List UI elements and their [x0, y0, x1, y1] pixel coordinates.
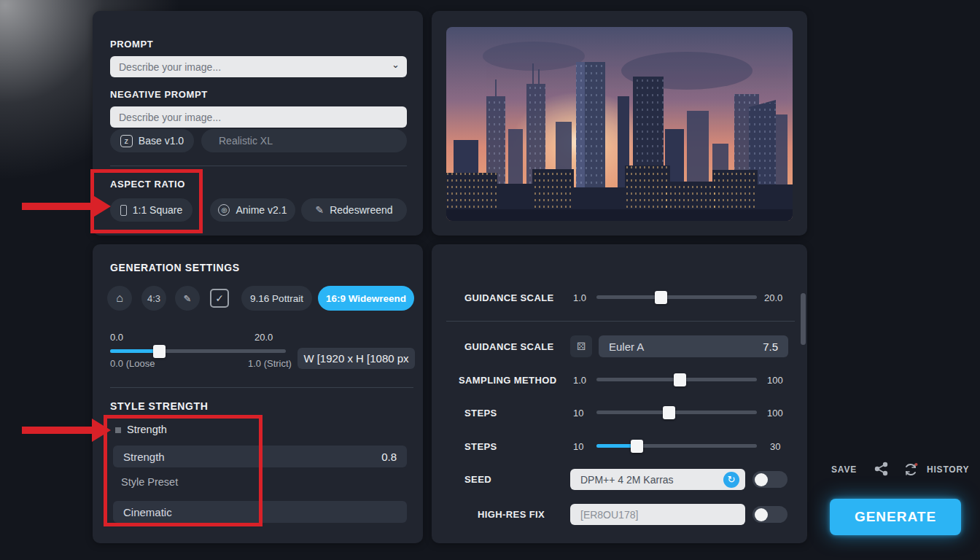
check-icon: ✓	[215, 292, 224, 304]
strength-bullet-icon	[115, 427, 121, 433]
ratio-portrait-pill[interactable]: 9.16 Pottrait	[241, 286, 312, 311]
guidance-min: 1.0	[573, 292, 586, 303]
scrollbar-thumb[interactable]	[801, 293, 806, 345]
aspect-square-button[interactable]: 1:1 Square	[110, 198, 192, 222]
strength-value: 0.8	[381, 451, 397, 463]
guidance-slider[interactable]	[596, 295, 757, 299]
generate-button[interactable]: GENERATE	[830, 499, 961, 535]
sampling-min: 1.0	[573, 375, 586, 386]
style-preset-value: Cinematic	[123, 506, 172, 518]
slider-min-sub: 0.0 (Loose	[110, 358, 155, 369]
slider-max-label: 20.0	[254, 332, 273, 343]
prompt-label: PROMPT	[110, 39, 153, 50]
notification-dot	[915, 463, 918, 466]
aspect-redeswreend-label: Redeswreend	[330, 204, 392, 216]
strength-label: Strength	[127, 424, 167, 435]
strength-field[interactable]: Strength 0.8	[113, 446, 407, 467]
sampler-dropdown[interactable]: Euler A 7.5	[599, 335, 788, 357]
sampling-slider-handle[interactable]	[674, 373, 686, 386]
divider	[110, 166, 407, 166]
highres-toggle[interactable]	[752, 506, 788, 523]
steps2-slider[interactable]	[596, 444, 757, 448]
city-skyline-image	[446, 27, 793, 221]
steps2-max: 30	[770, 441, 780, 452]
edit-pencil-icon: ✎	[315, 204, 324, 216]
loose-strict-slider[interactable]	[110, 349, 286, 353]
advanced-settings-panel: GUIDANCE SCALE 1.0 20.0 GUIDANCE SCALE ⚄…	[432, 244, 807, 543]
strength-field-label: Strength	[123, 451, 165, 463]
guidance-scale2-label: GUIDANCE SCALE	[464, 341, 554, 352]
guidance-scale-label: GUIDANCE SCALE	[464, 292, 554, 303]
portrait-frame-icon	[120, 205, 127, 216]
randomize-button[interactable]: ⚄	[570, 335, 592, 357]
slider-fill	[110, 349, 159, 353]
slider-max-sub: 1.0 (Strict)	[248, 358, 292, 369]
aspect-redeswreend-button[interactable]: ✎ Redeswreend	[301, 198, 407, 222]
generated-image[interactable]	[446, 27, 793, 221]
anime-model-icon: ◎	[218, 204, 230, 216]
slider-min-label: 0.0	[110, 332, 123, 343]
style-strength-title: STYLE STRENGTH	[110, 400, 208, 412]
aspect-ratio-label: ASPECT RATIO	[110, 179, 185, 190]
ratio-home-button[interactable]: ⌂	[107, 286, 132, 311]
steps1-slider[interactable]	[596, 411, 757, 414]
model-badge-icon: z	[120, 135, 133, 147]
negative-prompt-label: NEGATIVE PROMPT	[110, 89, 208, 100]
seed-value: DPM++ 4 2M Karras	[580, 474, 674, 486]
steps2-min: 10	[573, 441, 583, 452]
ratio-43-label: 4:3	[147, 293, 160, 304]
slider-handle[interactable]	[153, 345, 166, 358]
prompt-input[interactable]	[110, 56, 407, 77]
steps1-min: 10	[573, 408, 583, 419]
size-button[interactable]: W [1920 x H [1080 px	[298, 348, 415, 369]
highres-input[interactable]: [ER8OU178]	[570, 504, 745, 525]
seed-refresh-icon[interactable]: ↻	[723, 472, 739, 488]
highres-toggle-knob	[755, 508, 768, 521]
aspect-anime-label: Anime v2.1	[236, 204, 287, 216]
share-icon[interactable]	[874, 462, 889, 476]
model-base-button[interactable]: z Base v1.0	[110, 129, 194, 152]
seed-toggle[interactable]	[752, 471, 788, 488]
preview-panel	[432, 11, 807, 236]
negative-prompt-input[interactable]	[110, 106, 407, 128]
seed-dropdown[interactable]: DPM++ 4 2M Karras ↻	[570, 469, 745, 490]
steps1-max: 100	[767, 408, 783, 419]
divider	[446, 321, 795, 322]
history-button[interactable]: HISTORY	[927, 464, 969, 475]
history-refresh-icon[interactable]	[903, 462, 919, 478]
generation-settings-panel: GENERATION SETTINGS ⌂ 4:3 ✎ ✓ 9.16 Pottr…	[93, 244, 423, 543]
ratio-check-button[interactable]: ✓	[210, 289, 229, 308]
seed-label: SEED	[464, 474, 491, 485]
guidance-slider-handle[interactable]	[655, 291, 667, 304]
home-icon: ⌂	[116, 292, 123, 305]
ratio-brush-button[interactable]: ✎	[175, 286, 200, 311]
steps2-slider-handle[interactable]	[631, 440, 643, 453]
model-base-label: Base v1.0	[139, 135, 184, 147]
style-preset-label: Style Preset	[121, 476, 178, 488]
ratio-portrait-label: 9.16 Pottrait	[250, 293, 303, 304]
aspect-square-label: 1:1 Square	[133, 204, 183, 216]
ratio-wide-pill[interactable]: 16:9 Widewreend	[318, 286, 414, 311]
sampling-method-label: SAMPLING METHOD	[459, 375, 557, 386]
save-button[interactable]: SAVE	[831, 464, 857, 475]
style-preset-field[interactable]: Cinematic	[113, 501, 407, 523]
model-realistic-label: Realistic XL	[219, 135, 273, 147]
size-button-label: W [1920 x H [1080 px	[303, 352, 408, 365]
ratio-43-button[interactable]: 4:3	[141, 286, 166, 311]
brush-icon: ✎	[184, 293, 192, 304]
sampler-value2: 7.5	[763, 341, 778, 353]
steps1-slider-handle[interactable]	[663, 406, 675, 419]
guidance-max: 20.0	[764, 292, 782, 303]
aspect-anime-button[interactable]: ◎ Anime v2.1	[210, 198, 295, 222]
sampling-slider[interactable]	[596, 378, 757, 381]
steps1-label: STEPS	[464, 408, 497, 419]
steps2-label: STEPS	[464, 441, 497, 452]
model-realistic-button[interactable]: Realistic XL	[201, 129, 407, 152]
sampler-value: Euler A	[609, 341, 644, 353]
prompt-panel: PROMPT ⌄ NEGATIVE PROMPT z Base v1.0 Rea…	[93, 11, 423, 236]
dice-icon: ⚄	[577, 341, 586, 352]
seed-toggle-knob	[755, 473, 768, 486]
generation-settings-title: GENERATION SETTINGS	[110, 262, 240, 273]
highres-fix-label: HIGH-RES FIX	[478, 509, 545, 520]
sampling-max: 100	[767, 375, 783, 386]
